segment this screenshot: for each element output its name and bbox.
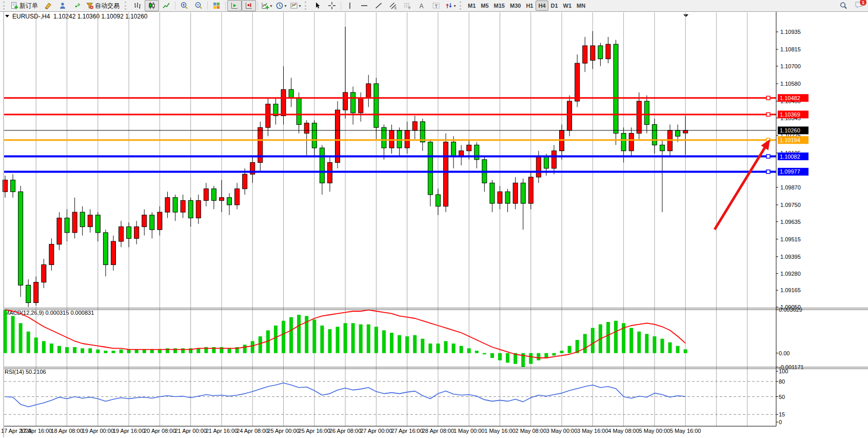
price-label-text: 1.10082 [780, 154, 800, 160]
timeframe-h1-button[interactable]: H1 [523, 1, 536, 11]
candle-body [243, 174, 247, 188]
periods-caret-icon: ▾ [284, 4, 286, 8]
macd-histogram-bar [506, 353, 509, 363]
candle-body [103, 233, 108, 265]
macd-histogram-bar [413, 335, 417, 353]
macd-histogram-bar [158, 350, 162, 353]
timeframe-d1-button[interactable]: D1 [548, 1, 561, 11]
crosshair-icon [328, 2, 336, 10]
zoom-in-button[interactable] [177, 0, 191, 11]
macd-histogram-bar [684, 349, 687, 353]
templates-caret-icon: ▾ [299, 4, 301, 8]
fibonacci-button[interactable]: F [400, 0, 415, 11]
periods-button[interactable]: ▾ [274, 0, 288, 11]
timeframe-w1-button[interactable]: W1 [561, 1, 575, 11]
auto-scroll-icon [230, 2, 239, 10]
macd-histogram-bar [614, 321, 618, 353]
macd-histogram-bar [81, 348, 84, 353]
fibonacci-icon: F [403, 2, 411, 10]
auto-scroll-button[interactable] [227, 0, 242, 11]
macd-histogram-bar [289, 317, 293, 353]
macd-histogram-bar [653, 336, 656, 353]
candle-body [11, 180, 15, 192]
text-button[interactable]: A [415, 0, 429, 11]
candle-body [320, 148, 324, 183]
timeframe-m30-button[interactable]: M30 [507, 1, 523, 11]
timeframe-m15-button[interactable]: M15 [491, 1, 507, 11]
crosshair-button[interactable] [325, 0, 339, 11]
trendline-button[interactable] [371, 0, 386, 11]
candle-body [336, 110, 340, 162]
timeframe-m1-button[interactable]: M1 [465, 1, 478, 11]
toolbar-grip [305, 2, 309, 10]
line-handle[interactable] [766, 170, 770, 174]
cursor-button[interactable] [310, 0, 325, 11]
line-handle[interactable] [766, 96, 770, 100]
horizontal-line-button[interactable] [357, 0, 371, 11]
timeframe-m5-button[interactable]: M5 [478, 1, 491, 11]
candle-body [150, 215, 154, 230]
text-label-button[interactable]: T [429, 0, 443, 11]
macd-histogram-bar [351, 323, 355, 353]
macd-histogram-bar [111, 351, 115, 353]
chart-shift-button[interactable] [242, 0, 256, 11]
bar-chart-button[interactable] [130, 0, 145, 11]
candle-body [575, 63, 580, 101]
notifications-button[interactable]: 1 [855, 1, 864, 11]
indicators-button[interactable]: ▾ [260, 0, 274, 11]
equidistant-channel-icon: E [389, 2, 397, 10]
timeframe-h4-button[interactable]: H4 [536, 1, 548, 11]
horizontal-line-icon [360, 2, 368, 10]
macd-histogram-bar [490, 353, 494, 358]
toolbar-grip [460, 2, 464, 10]
zoom-out-button[interactable] [191, 0, 206, 11]
candle-body [498, 192, 502, 203]
candle-body [443, 142, 448, 206]
equidistant-channel-button[interactable]: E [386, 0, 400, 11]
search-button[interactable] [836, 0, 851, 11]
new-order-button[interactable]: 新订单 [9, 0, 41, 11]
time-axis-label: 26 Apr 08:00 [329, 428, 361, 434]
line-handle[interactable] [766, 112, 770, 116]
macd-histogram-bar [181, 348, 185, 353]
community-icon [58, 2, 67, 10]
price-tick-label: 1.10935 [780, 29, 801, 35]
candle-body [127, 227, 131, 239]
tile-windows-button[interactable] [209, 0, 224, 11]
timeframe-mn-button[interactable]: MN [574, 1, 588, 11]
rsi-tick-label: 80 [779, 378, 785, 385]
community-button[interactable] [55, 0, 70, 11]
autotrading-button[interactable]: 自动交易 [84, 0, 123, 11]
price-tick-label: 1.09635 [780, 219, 801, 225]
candle-body [614, 44, 618, 133]
price-tick-label: 1.09395 [780, 254, 801, 260]
chart-canvas[interactable]: EURUSD-,H4 1.10242 1.10360 1.10092 1.102… [0, 12, 868, 438]
time-axis-label: 5 May 00:00 [639, 428, 670, 434]
macd-histogram-bar [297, 315, 301, 353]
line-chart-button[interactable] [159, 0, 173, 11]
time-axis-label: 1 May 00:00 [453, 428, 485, 434]
vertical-line-button[interactable] [343, 0, 357, 11]
candle-body [157, 212, 162, 230]
candle-body [304, 123, 309, 134]
candle-body [134, 227, 139, 239]
line-handle[interactable] [766, 155, 770, 158]
templates-button[interactable]: ▾ [288, 0, 303, 11]
time-axis-label: 19 Apr 00:00 [82, 428, 114, 434]
arrows-button[interactable]: ▾ [443, 0, 458, 11]
candle-body [389, 130, 394, 148]
trendline-icon [374, 2, 383, 10]
candle-body [188, 200, 193, 218]
time-axis-label: 1 May 16:00 [484, 428, 516, 434]
main-toolbar: 新订单 自动交易 [0, 0, 868, 12]
macd-histogram-bar [320, 326, 324, 353]
metaeditor-button[interactable] [41, 0, 55, 11]
signals-button[interactable] [70, 0, 84, 11]
candle-body [652, 125, 657, 145]
candlestick-chart-button[interactable] [145, 0, 159, 11]
macd-histogram-bar [19, 323, 23, 353]
candle-body [590, 46, 595, 60]
candle-body [621, 134, 626, 151]
zoom-out-icon [194, 2, 203, 10]
macd-histogram-bar [568, 346, 571, 353]
